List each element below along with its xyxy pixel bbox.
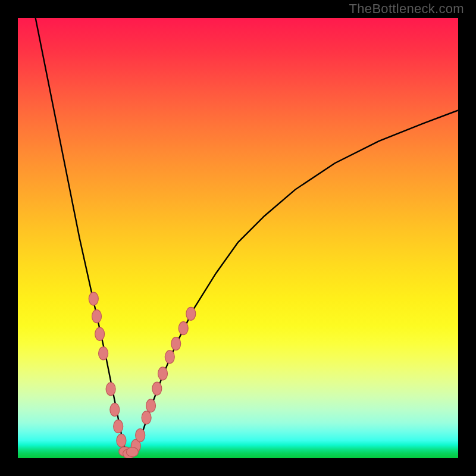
data-dot xyxy=(95,327,105,340)
data-dot xyxy=(158,367,168,380)
bottleneck-chart xyxy=(18,18,458,458)
data-dot xyxy=(186,307,196,320)
data-dot xyxy=(126,447,138,457)
data-dots xyxy=(89,292,195,458)
data-dot xyxy=(110,403,120,416)
data-dot xyxy=(136,429,145,442)
data-dot xyxy=(114,420,123,433)
data-dot xyxy=(106,383,115,396)
data-dot xyxy=(152,382,162,395)
watermark-text: TheBottleneck.com xyxy=(349,1,464,17)
bottleneck-curve xyxy=(36,18,458,454)
data-dot xyxy=(171,337,181,350)
data-dot xyxy=(89,292,98,305)
data-dot xyxy=(92,310,102,323)
data-dot xyxy=(146,399,156,412)
data-dot xyxy=(165,350,174,364)
data-dot xyxy=(99,347,108,360)
data-dot xyxy=(178,322,188,335)
data-dot xyxy=(142,411,151,424)
data-dot xyxy=(117,434,126,447)
